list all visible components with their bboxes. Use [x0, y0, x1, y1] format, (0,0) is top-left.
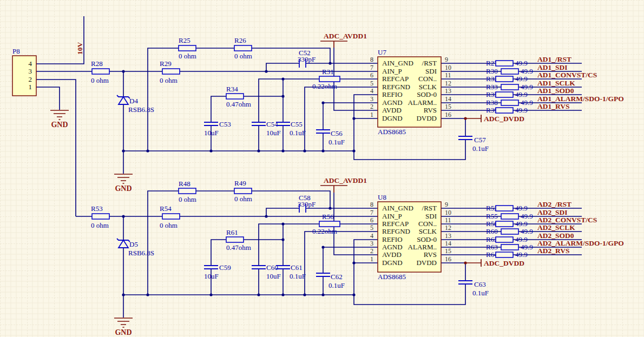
ref-label: R25: [179, 36, 190, 44]
resistor-R52[interactable]: R5249.9: [486, 204, 528, 212]
resistor-body: [179, 188, 196, 194]
resistor-R30[interactable]: R3049.9: [486, 67, 533, 75]
net-label[interactable]: AD2_SDI: [537, 208, 568, 216]
resistor-body: [496, 237, 513, 242]
ref-label: C56: [331, 129, 343, 137]
value-label: 49.9: [515, 235, 528, 243]
resistor-body: [496, 221, 513, 227]
value-label: 0 ohm: [160, 221, 178, 229]
resistor-R64[interactable]: R6449.9: [486, 250, 528, 259]
ref-label: R54: [160, 204, 172, 213]
resistor-R35[interactable]: R3549.9: [486, 90, 528, 98]
net-label[interactable]: AD1_CONVST/CS: [537, 71, 597, 79]
value-label: 0.1uF: [328, 138, 345, 146]
value-label: 49.9: [521, 227, 533, 235]
pin-number: 6: [370, 71, 373, 79]
resistor-body: [92, 214, 109, 219]
value-label: 49.9: [521, 212, 533, 220]
pin-number: 11: [445, 71, 451, 79]
net-label[interactable]: AD2_RVS: [537, 247, 570, 255]
ref-label: R60: [486, 227, 498, 235]
resistor-body: [501, 69, 518, 74]
resistor-R39[interactable]: R3949.9: [486, 106, 528, 114]
resistor-R63[interactable]: R6349.9: [486, 243, 533, 251]
ref-label: R53: [91, 204, 103, 213]
ref-label: R33: [486, 83, 498, 91]
value-label: 0 ohm: [91, 76, 109, 84]
net-label[interactable]: AD1_ALARM/SDO-1/GPO: [537, 95, 624, 103]
part-label: ADS8685: [378, 128, 406, 136]
pin-number: 2: [370, 103, 373, 110]
net-label[interactable]: AD1_SCLK: [537, 79, 575, 87]
value-label: 49.9: [521, 83, 533, 91]
net-label[interactable]: AD2_/RST: [537, 200, 571, 208]
ic-U7[interactable]: U7 ADS8685 AIN_GNDAIN_PREFCAPREFGNDREFIO…: [370, 48, 451, 136]
ref-label: D5: [129, 240, 138, 248]
pin-number: 1: [370, 255, 373, 263]
ref-label: C55: [291, 120, 303, 128]
net-label[interactable]: AD2_SCLK: [537, 223, 575, 232]
resistor-body: [92, 69, 109, 74]
value-label: 10uF: [204, 272, 219, 280]
value-label: 0 ohm: [179, 195, 196, 203]
net-label-10V[interactable]: 10V: [76, 42, 84, 55]
sheet-grid: [0, 0, 644, 337]
net-label[interactable]: AD1_SOD0: [537, 87, 574, 95]
net-label[interactable]: AD2_ALARM/SDO-1/GPO: [537, 239, 624, 247]
pin-name: DGND: [382, 114, 403, 122]
resistor-R38[interactable]: R3849.9: [486, 98, 533, 107]
pin-name: AIN_GND: [382, 59, 413, 67]
power-port-dvdd[interactable]: ADC_DVDD: [484, 115, 524, 123]
pin-number: 14: [445, 95, 451, 103]
resistor-R55[interactable]: R5549.9: [486, 212, 533, 220]
pin-name: AGND: [382, 243, 403, 251]
schematic-canvas[interactable]: GND P8 4 3 2 1 10V ADC_AVDD1 ADC_AVDD1 A…: [0, 0, 644, 337]
value-label: 49.9: [515, 59, 528, 67]
ref-label: R31: [322, 68, 334, 76]
value-label: 330pF: [298, 200, 316, 208]
pin-number: 5: [370, 80, 373, 87]
net-label[interactable]: AD1_SDI: [537, 63, 568, 71]
resistor-R58[interactable]: R5849.9: [486, 220, 528, 228]
value-label: 49.9: [515, 204, 528, 212]
resistor-R33[interactable]: R3349.9: [486, 83, 533, 91]
value-label: 49.9: [515, 75, 528, 83]
value-label: 49.9: [521, 243, 533, 251]
power-port-dvdd[interactable]: ADC_DVDD: [484, 259, 524, 267]
ic-U8[interactable]: U8 ADS8685 AIN_GNDAIN_PREFCAPREFGNDREFIO…: [370, 193, 451, 281]
value-label: 0 ohm: [234, 195, 252, 203]
resistor-R27[interactable]: R2749.9: [486, 59, 528, 67]
power-port-avdd1[interactable]: ADC_AVDD1: [324, 32, 367, 40]
resistor-body: [501, 229, 518, 234]
ref-label: C59: [219, 263, 231, 272]
value-label: 330pF: [298, 55, 316, 63]
value-label: 10uF: [266, 272, 281, 280]
resistor-R60[interactable]: R6049.9: [486, 227, 533, 235]
value-label: 0.1uF: [472, 144, 489, 153]
net-label[interactable]: AD2_CONVST/CS: [537, 216, 597, 224]
ref-label: C53: [219, 120, 231, 128]
value-label: 0.22ohm: [312, 227, 337, 235]
ref-label: U8: [378, 193, 386, 201]
pin-number: 10: [445, 209, 451, 216]
pin-number: 5: [370, 224, 373, 232]
ref-label: R34: [226, 85, 238, 93]
pin-number: 16: [445, 255, 451, 263]
pin-name: RVS: [424, 250, 437, 259]
net-label[interactable]: AD1_/RST: [537, 55, 571, 63]
power-port-avdd1[interactable]: ADC_AVDD1: [324, 176, 367, 184]
resistor-R62[interactable]: R6249.9: [486, 235, 528, 243]
part-label: ADS8685: [378, 273, 406, 281]
resistor-R32[interactable]: R3249.9: [486, 75, 528, 83]
pin-name: /RST: [422, 204, 437, 212]
pin-name: REFGND: [382, 227, 410, 235]
net-label[interactable]: AD2_SOD0: [537, 232, 574, 240]
pin-number: 2: [29, 75, 32, 83]
pin-name: DVDD: [416, 114, 437, 122]
ref-label: R55: [486, 212, 498, 220]
net-label[interactable]: AD1_RVS: [537, 102, 570, 110]
value-label: RSB6.8S: [128, 105, 154, 114]
value-label: 49.9: [515, 220, 528, 228]
resistor-body: [319, 76, 340, 82]
pin-number: 4: [370, 87, 373, 95]
